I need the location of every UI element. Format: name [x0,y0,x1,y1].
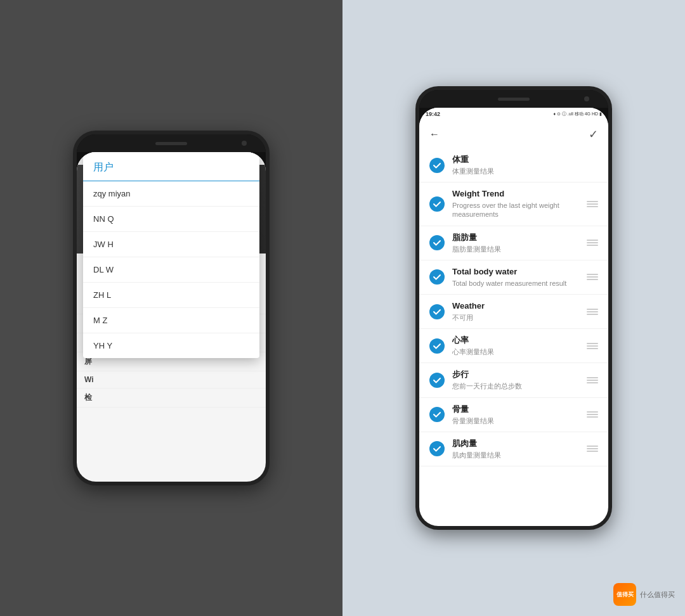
dropdown-item-5[interactable]: M Z [83,308,259,333]
drag-handle-4[interactable] [587,309,598,315]
watermark-text: 什么值得买 [640,590,675,600]
left-phone-top-bar [77,134,266,152]
right-back-arrow[interactable]: ← [429,129,440,140]
right-status-time: 19:42 [426,111,440,117]
dropdown-item-1[interactable]: NN Q [83,207,259,232]
drag-handle-2[interactable] [587,240,598,246]
user-dropdown: 用户 zqy miyan NN Q JW H DL W ZH L M Z YH … [83,152,259,358]
list-item-4[interactable]: Weather 不可用 [419,295,608,329]
list-item-1[interactable]: Weight Trend Progress over the last eigh… [419,183,608,226]
left-phone-screen: 19:42 ♦ ⊙ ⓘ .ull 移动 4G HD ▮ ← B 电 591... [77,152,266,485]
list-item-5[interactable]: 心率 心率测量结果 [419,329,608,363]
item-text-2: 脂肪量 脂肪量测量结果 [452,233,582,253]
right-phone-top-bar [419,90,608,108]
item-text-7: 骨量 骨量测量结果 [452,404,582,425]
dropdown-item-3[interactable]: DL W [83,257,259,283]
right-status-bar: 19:42 ♦ ⊙ ⓘ .ull 移动 4G HD ▮ [419,108,608,120]
item-title-6: 步行 [452,369,582,380]
item-text-0: 体重 体重测量结果 [452,155,598,176]
drag-handle-1[interactable] [587,201,598,207]
check-circle-0 [429,158,445,173]
right-status-icons: ♦ ⊙ ⓘ .ull 移动 4G HD ▮ [553,111,602,117]
left-phone-speaker [155,142,187,145]
item-title-8: 肌肉量 [452,439,582,449]
check-circle-1 [429,196,445,212]
check-icon-1 [433,200,441,209]
right-nav-bar: ← ✓ [419,120,608,148]
right-phone-camera [584,96,589,101]
list-item-8[interactable]: 肌肉量 肌肉量测量结果 [419,432,608,466]
watermark-logo: 值 得买 [613,583,636,606]
item-text-1: Weight Trend Progress over the last eigh… [452,189,582,219]
check-icon-0 [433,161,441,170]
item-title-2: 脂肪量 [452,233,582,243]
right-phone-frame: 19:42 ♦ ⊙ ⓘ .ull 移动 4G HD ▮ ← ✓ [415,86,612,530]
check-circle-6 [429,373,445,388]
check-icon-2 [433,238,441,247]
bg-sub-5: Wi [77,371,266,388]
check-circle-8 [429,441,445,456]
check-circle-5 [429,338,445,354]
item-text-3: Total body water Total body water measur… [452,267,582,288]
item-title-0: 体重 [452,155,598,165]
right-phone-screen: 19:42 ♦ ⊙ ⓘ .ull 移动 4G HD ▮ ← ✓ [419,108,608,530]
drag-handle-3[interactable] [587,274,598,280]
item-subtitle-4: 不可用 [452,313,582,322]
dropdown-item-2[interactable]: JW H [83,232,259,257]
watermark: 值 得买 什么值得买 [613,583,675,606]
left-phone-frame: 19:42 ♦ ⊙ ⓘ .ull 移动 4G HD ▮ ← B 电 591... [73,131,270,485]
item-subtitle-2: 脂肪量测量结果 [452,245,582,253]
drag-handle-7[interactable] [587,411,598,418]
item-title-7: 骨量 [452,404,582,415]
right-panel: 19:42 ♦ ⊙ ⓘ .ull 移动 4G HD ▮ ← ✓ [342,0,685,616]
check-circle-3 [429,269,445,285]
item-subtitle-6: 您前一天行走的总步数 [452,382,582,390]
item-text-6: 步行 您前一天行走的总步数 [452,369,582,390]
check-icon-8 [433,444,441,453]
check-circle-7 [429,407,445,422]
list-item-2[interactable]: 脂肪量 脂肪量测量结果 [419,226,608,260]
item-title-4: Weather [452,301,582,312]
item-title-3: Total body water [452,267,582,278]
item-subtitle-0: 体重测量结果 [452,167,598,176]
item-title-1: Weight Trend [452,189,582,200]
list-item-3[interactable]: Total body water Total body water measur… [419,260,608,295]
check-icon-6 [433,376,441,385]
dropdown-item-0[interactable]: zqy miyan [83,181,259,207]
drag-handle-8[interactable] [587,446,598,452]
dropdown-item-6[interactable]: YH Y [83,333,259,358]
item-text-4: Weather 不可用 [452,301,582,322]
item-text-8: 肌肉量 肌肉量测量结果 [452,439,582,459]
dropdown-item-4[interactable]: ZH L [83,283,259,308]
dropdown-title: 用户 [83,152,259,181]
right-phone-speaker [498,98,530,101]
left-panel: 19:42 ♦ ⊙ ⓘ .ull 移动 4G HD ▮ ← B 电 591... [0,0,342,616]
check-icon-7 [433,410,441,419]
item-subtitle-7: 骨量测量结果 [452,416,582,425]
item-subtitle-8: 肌肉量测量结果 [452,451,582,459]
item-text-5: 心率 心率测量结果 [452,335,582,356]
check-icon-3 [433,273,441,281]
check-icon-4 [433,307,441,316]
left-phone-camera [242,141,247,146]
drag-handle-5[interactable] [587,343,598,349]
item-subtitle-5: 心率测量结果 [452,347,582,356]
check-circle-4 [429,304,445,319]
item-title-5: 心率 [452,335,582,346]
right-confirm-button[interactable]: ✓ [589,127,598,141]
list-item-6[interactable]: 步行 您前一天行走的总步数 [419,363,608,397]
drag-handle-6[interactable] [587,377,598,383]
item-subtitle-3: Total body water measurement result [452,279,582,288]
check-icon-5 [433,342,441,350]
check-circle-2 [429,235,445,250]
list-item-0[interactable]: 体重 体重测量结果 [419,148,608,183]
item-subtitle-1: Progress over the last eight weight meas… [452,201,582,219]
bg-sub-6: 检 [77,388,266,407]
settings-list: 体重 体重测量结果 Weight Trend Progress over the… [419,148,608,466]
list-item-7[interactable]: 骨量 骨量测量结果 [419,398,608,432]
